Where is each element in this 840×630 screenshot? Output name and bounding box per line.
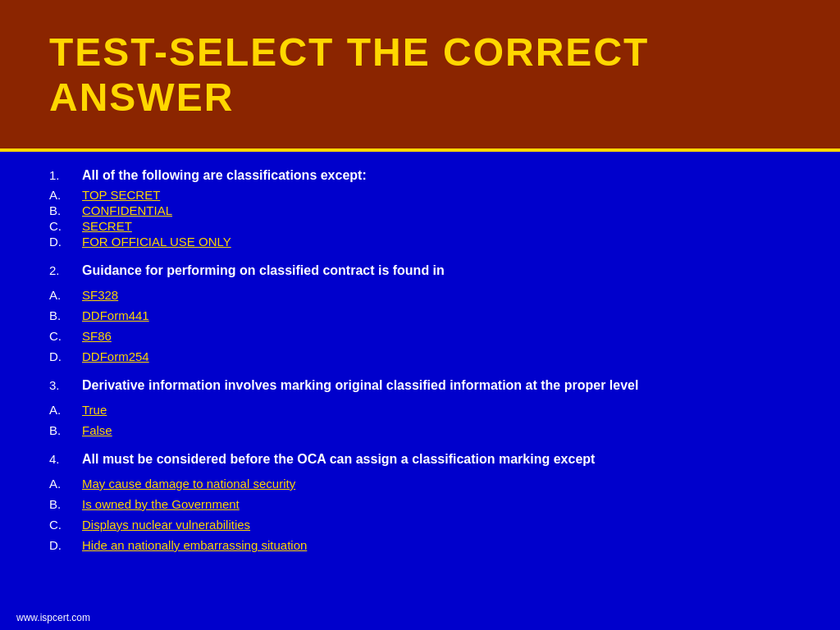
question-2-text-row: 2. Guidance for performing on classified… — [49, 263, 791, 281]
answer-3b-link[interactable]: False — [82, 423, 112, 437]
answer-1b-letter: B. — [49, 203, 82, 217]
answer-2a-link[interactable]: SF328 — [82, 288, 118, 302]
question-4-text-row: 4. All must be considered before the OCA… — [49, 452, 791, 470]
answer-2b-link[interactable]: DDForm441 — [82, 308, 149, 322]
answer-4d-link[interactable]: Hide an nationally embarrassing situatio… — [82, 538, 307, 552]
question-3: 3. Derivative information involves marki… — [49, 378, 791, 437]
answer-4d-letter: D. — [49, 538, 82, 552]
question-4-answer-b: B. Is owned by the Government — [49, 497, 791, 511]
question-3-answer-b: B. False — [49, 423, 791, 437]
answer-2c-link[interactable]: SF86 — [82, 329, 112, 343]
question-4: 4. All must be considered before the OCA… — [49, 452, 791, 552]
question-4-answer-d: D. Hide an nationally embarrassing situa… — [49, 538, 791, 552]
question-2-answer-d: D. DDForm254 — [49, 349, 791, 363]
answer-2b-letter: B. — [49, 308, 82, 322]
answer-1d-letter: D. — [49, 235, 82, 249]
answer-2a-letter: A. — [49, 288, 82, 302]
question-2-answer-b: B. DDForm441 — [49, 308, 791, 322]
answer-3a-letter: A. — [49, 403, 82, 417]
question-4-answer-c: C. Displays nuclear vulnerabilities — [49, 518, 791, 532]
answer-2c-letter: C. — [49, 329, 82, 343]
content-area: 1. All of the following are classificati… — [0, 152, 840, 630]
question-3-answer-a: A. True — [49, 403, 791, 417]
answer-4b-letter: B. — [49, 497, 82, 511]
question-1-num: 1. — [49, 168, 82, 182]
answer-4c-link[interactable]: Displays nuclear vulnerabilities — [82, 518, 250, 532]
question-1: 1. All of the following are classificati… — [49, 168, 791, 249]
footer: www.ispcert.com — [16, 612, 90, 623]
question-1-answer-c: C. SECRET — [49, 219, 791, 233]
question-1-text-row: 1. All of the following are classificati… — [49, 168, 791, 186]
question-2-answer-a: A. SF328 — [49, 288, 791, 302]
answer-4b-link[interactable]: Is owned by the Government — [82, 497, 240, 511]
answer-1c-letter: C. — [49, 219, 82, 233]
answer-3b-letter: B. — [49, 423, 82, 437]
question-2-answer-c: C. SF86 — [49, 329, 791, 343]
answer-4c-letter: C. — [49, 518, 82, 532]
header: TEST-SELECT THE CORRECT ANSWER — [0, 0, 840, 152]
question-4-num: 4. — [49, 452, 82, 466]
question-3-text: Derivative information involves marking … — [82, 378, 638, 393]
answer-1c-link[interactable]: SECRET — [82, 219, 132, 233]
answer-4a-link[interactable]: May cause damage to national security — [82, 477, 295, 491]
question-1-text: All of the following are classifications… — [82, 168, 367, 183]
question-4-answer-a: A. May cause damage to national security — [49, 477, 791, 491]
question-1-answer-a: A. TOP SECRET — [49, 188, 791, 202]
question-3-num: 3. — [49, 378, 82, 392]
question-1-answer-d: D. FOR OFFICIAL USE ONLY — [49, 235, 791, 249]
answer-1d-link[interactable]: FOR OFFICIAL USE ONLY — [82, 235, 231, 249]
answer-4a-letter: A. — [49, 477, 82, 491]
question-2: 2. Guidance for performing on classified… — [49, 263, 791, 363]
answer-1b-link[interactable]: CONFIDENTIAL — [82, 203, 172, 217]
page-title: TEST-SELECT THE CORRECT ANSWER — [49, 30, 791, 120]
answer-3a-link[interactable]: True — [82, 403, 107, 417]
answer-1a-letter: A. — [49, 188, 82, 202]
answer-2d-letter: D. — [49, 349, 82, 363]
question-2-text: Guidance for performing on classified co… — [82, 263, 445, 278]
question-2-num: 2. — [49, 263, 82, 277]
question-4-text: All must be considered before the OCA ca… — [82, 452, 595, 467]
question-1-answer-b: B. CONFIDENTIAL — [49, 203, 791, 217]
answer-2d-link[interactable]: DDForm254 — [82, 349, 149, 363]
question-3-text-row: 3. Derivative information involves marki… — [49, 378, 791, 396]
answer-1a-link[interactable]: TOP SECRET — [82, 188, 160, 202]
